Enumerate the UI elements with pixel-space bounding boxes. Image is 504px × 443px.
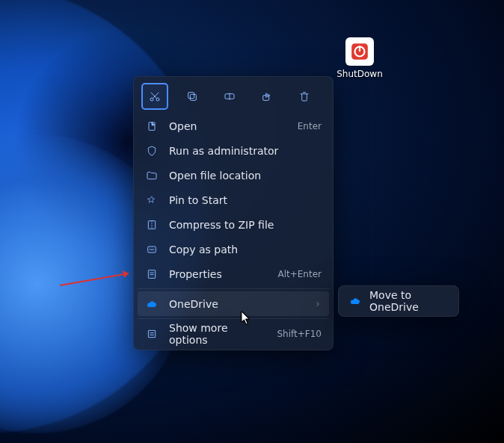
context-menu: Open Enter Run as administrator Open fil… <box>133 76 334 350</box>
delete-button[interactable] <box>292 84 317 109</box>
share-button[interactable] <box>254 84 280 109</box>
desktop-shortcut-label: ShutDown <box>336 69 383 79</box>
separator <box>138 288 329 289</box>
rename-icon <box>224 90 236 102</box>
menu-item-label: Compress to ZIP file <box>169 219 322 231</box>
menu-item-open-location[interactable]: Open file location <box>138 163 329 188</box>
onedrive-icon <box>145 297 159 311</box>
shield-icon <box>145 144 159 158</box>
copy-button[interactable] <box>179 84 205 109</box>
submenu-item-move[interactable]: Move to OneDrive <box>342 290 455 312</box>
shutdown-app-icon <box>345 37 374 66</box>
cut-icon <box>149 90 161 102</box>
svg-rect-20 <box>148 330 155 337</box>
submenu-item-label: Move to OneDrive <box>369 289 449 313</box>
desktop-shortcut[interactable]: ShutDown <box>333 37 387 79</box>
menu-item-compress[interactable]: Compress to ZIP file <box>138 212 329 237</box>
menu-item-shortcut: Alt+Enter <box>277 269 322 279</box>
chevron-right-icon <box>314 298 322 310</box>
cursor-icon <box>241 311 251 326</box>
delete-icon <box>298 90 310 102</box>
menu-item-pin-start[interactable]: Pin to Start <box>138 188 329 212</box>
context-toolbar <box>138 81 329 114</box>
menu-item-label: Properties <box>169 268 267 280</box>
onedrive-icon <box>348 294 362 308</box>
separator <box>138 318 329 319</box>
menu-item-open[interactable]: Open Enter <box>138 114 329 138</box>
pin-icon <box>145 193 159 207</box>
svg-rect-8 <box>188 93 194 99</box>
menu-item-shortcut: Shift+F10 <box>277 329 322 339</box>
menu-item-label: Show more options <box>169 322 266 346</box>
menu-item-onedrive[interactable]: OneDrive <box>138 291 329 316</box>
more-icon <box>145 327 159 341</box>
menu-item-label: Copy as path <box>169 244 322 255</box>
share-icon <box>261 90 273 102</box>
svg-rect-7 <box>190 94 196 100</box>
menu-item-show-more[interactable]: Show more options Shift+F10 <box>138 321 329 346</box>
onedrive-submenu: Move to OneDrive <box>338 285 459 317</box>
menu-item-label: Open file location <box>169 170 322 182</box>
annotation-arrow <box>60 269 142 291</box>
menu-item-label: OneDrive <box>169 298 304 310</box>
properties-icon <box>145 267 159 281</box>
menu-item-label: Pin to Start <box>169 194 322 206</box>
menu-item-label: Open <box>169 120 287 132</box>
menu-item-run-admin[interactable]: Run as administrator <box>138 138 329 163</box>
zip-icon <box>145 218 159 232</box>
menu-item-copy-path[interactable]: Copy as path <box>138 237 329 261</box>
menu-item-label: Run as administrator <box>169 145 322 157</box>
svg-rect-17 <box>148 270 155 278</box>
copy-icon <box>186 90 198 102</box>
svg-line-23 <box>60 273 129 285</box>
open-icon <box>145 120 159 133</box>
rename-button[interactable] <box>217 84 242 109</box>
cut-button[interactable] <box>142 84 168 109</box>
svg-marker-24 <box>123 270 129 278</box>
folder-icon <box>145 169 159 182</box>
menu-item-shortcut: Enter <box>298 121 322 131</box>
path-icon <box>145 243 159 256</box>
menu-item-properties[interactable]: Properties Alt+Enter <box>138 261 329 286</box>
